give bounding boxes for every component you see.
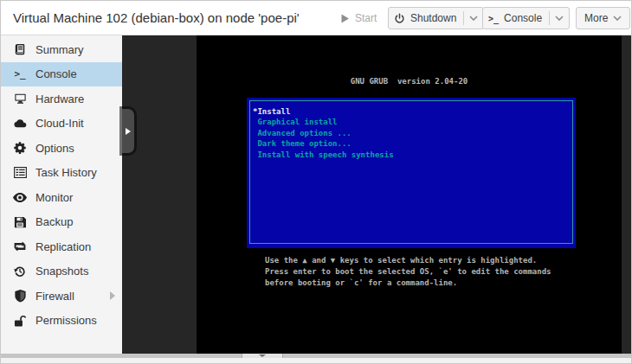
console-button-label: Console [504,12,542,24]
header-bar: Virtual Machine 102 (debian-box) on node… [1,1,631,35]
grub-help-text: Use the ▲ and ▼ keys to select which ent… [265,255,551,289]
button-separator [463,11,464,25]
grub-help-line: before booting or `c' for a command-line… [265,278,551,289]
chevron-down-icon[interactable] [469,16,478,21]
grub-menu-entry-advanced-options: Advanced options ... [253,128,572,138]
button-separator [549,11,550,25]
unlock-icon [13,314,27,328]
sidebar-item-console[interactable]: >_ Console [1,62,122,87]
snapshots-icon [13,265,27,278]
grub-version-title: GNU GRUB version 2.04-20 [351,77,468,86]
expand-arrow-icon [126,128,131,135]
grub-help-line: Press enter to boot the selected OS, `e'… [265,266,551,278]
sidebar-item-label: Task History [35,166,97,179]
terminal-icon: >_ [13,67,27,81]
sidebar-item-label: Options [35,142,74,155]
start-button-label: Start [355,12,377,24]
sidebar-item-firewall[interactable]: Firewall [1,284,122,309]
shutdown-button-label: Shutdown [410,12,456,24]
power-icon [394,13,405,24]
sidebar-item-label: Snapshots [35,265,88,278]
terminal-icon: >_ [488,14,499,23]
eye-icon [13,190,27,204]
display-icon [13,92,27,105]
sidebar-item-label: Backup [35,215,73,228]
grub-menu-entry-speech-synthesis: Install with speech synthesis [253,150,572,160]
sidebar-item-label: Firewall [35,290,74,303]
gear-icon [13,141,27,155]
sidebar-item-label: Hardware [35,93,84,105]
submenu-arrow-icon [110,291,115,300]
replication-icon [13,239,27,253]
vm-sidebar: Summary >_ Console Hardware Cloud-Init O… [1,35,122,354]
more-button[interactable]: More [576,7,630,29]
sidebar-item-cloud-init[interactable]: Cloud-Init [1,112,122,137]
cloud-icon [13,117,27,131]
grub-menu-box: *Install Graphical install Advanced opti… [247,98,576,248]
console-button[interactable]: >_ Console [482,7,570,29]
grub-menu-entry-dark-theme: Dark theme option... [253,138,572,149]
floppy-icon [13,215,27,229]
shield-icon [13,289,27,303]
grub-menu-entry-install: *Install [253,106,572,117]
novnc-viewer: GNU GRUB version 2.04-20 *Install Graphi… [122,35,632,354]
novnc-control-bar-handle[interactable] [122,109,134,153]
grub-menu-entry-graphical-install: Graphical install [253,117,572,127]
vm-console-screen[interactable]: GNU GRUB version 2.04-20 *Install Graphi… [197,35,622,354]
grub-help-line: Use the ▲ and ▼ keys to select which ent… [265,255,551,266]
sidebar-item-monitor[interactable]: Monitor [1,185,122,210]
sidebar-item-label: Monitor [35,191,73,204]
book-icon [13,42,27,56]
collapse-arrow-icon [259,354,266,357]
task-list-icon [13,166,27,180]
shutdown-button[interactable]: Shutdown [388,7,484,29]
sidebar-item-label: Permissions [35,314,97,327]
sidebar-item-label: Summary [35,43,84,56]
sidebar-item-label: Console [35,67,77,80]
chevron-down-icon[interactable] [555,16,564,21]
sidebar-item-permissions[interactable]: Permissions [1,309,122,334]
sidebar-item-label: Cloud-Init [35,117,84,130]
sidebar-item-options[interactable]: Options [1,136,122,161]
sidebar-item-label: Replication [35,240,91,253]
sidebar-item-replication[interactable]: Replication [1,234,122,259]
play-icon [340,14,350,23]
bottom-panel-edge [1,358,632,364]
sidebar-item-summary[interactable]: Summary [1,37,122,62]
proxmox-vm-window: Virtual Machine 102 (debian-box) on node… [0,0,632,364]
sidebar-item-task-history[interactable]: Task History [1,161,122,186]
start-button[interactable]: Start [335,7,382,29]
sidebar-item-backup[interactable]: Backup [1,210,122,235]
sidebar-item-snapshots[interactable]: Snapshots [1,259,122,284]
page-title: Virtual Machine 102 (debian-box) on node… [13,10,300,25]
grub-menu-border: *Install Graphical install Advanced opti… [249,100,573,244]
chevron-down-icon [613,16,622,21]
sidebar-item-hardware[interactable]: Hardware [1,86,122,112]
more-button-label: More [584,12,608,24]
